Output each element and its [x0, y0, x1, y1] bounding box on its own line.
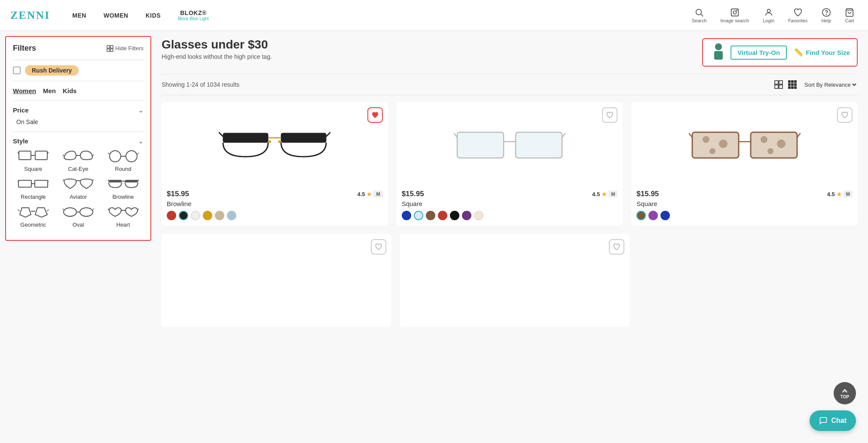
sort-select[interactable]: Sort By Relevance Price: Low to High Pri… — [803, 81, 858, 88]
product-row-2 — [162, 234, 858, 327]
favorite-button-4[interactable] — [371, 239, 386, 255]
color-swatch[interactable] — [474, 211, 483, 220]
color-swatch[interactable] — [191, 211, 200, 220]
heart-outline-icon — [606, 111, 614, 119]
color-swatch[interactable] — [179, 211, 188, 220]
favorite-button-3[interactable] — [837, 107, 853, 123]
back-to-top-button[interactable]: TOP — [834, 382, 856, 404]
svg-point-86 — [767, 148, 773, 154]
grid-3-button[interactable] — [786, 79, 798, 91]
on-sale-option[interactable]: On Sale — [13, 118, 42, 126]
color-swatch[interactable] — [636, 211, 646, 220]
heart-outline-icon-4 — [375, 243, 382, 251]
nav-item-women[interactable]: WOMEN — [95, 9, 137, 22]
divider-2 — [13, 81, 144, 81]
svg-line-33 — [92, 179, 94, 181]
cart-button[interactable]: Cart — [841, 6, 858, 25]
favorite-button-5[interactable] — [609, 239, 624, 255]
favorites-button[interactable]: Favorites — [785, 6, 811, 25]
style-aviator[interactable]: Aviator — [58, 176, 99, 200]
find-size-button[interactable]: 📏 Find Your Size — [794, 48, 850, 57]
color-swatch[interactable] — [203, 211, 212, 220]
product-price-1: $15.95 — [167, 190, 189, 198]
svg-rect-83 — [751, 132, 797, 158]
style-square[interactable]: Square — [13, 149, 54, 172]
divider-4 — [13, 131, 144, 132]
product-image-2[interactable] — [402, 107, 618, 185]
color-swatch[interactable] — [402, 211, 411, 220]
favorite-button-1[interactable] — [367, 107, 383, 123]
nav-item-blokz[interactable]: BLOKZ® Block Blue Light — [169, 6, 217, 24]
brand-logo[interactable]: ZENNI — [10, 9, 50, 22]
heart-glasses-icon — [108, 204, 139, 220]
top-label: TOP — [840, 394, 849, 399]
product-image-4[interactable] — [167, 239, 386, 316]
image-search-button[interactable]: Image search — [717, 6, 753, 25]
search-button[interactable]: Search — [688, 6, 710, 25]
favorite-button-2[interactable] — [602, 107, 617, 123]
gender-tab-kids[interactable]: Kids — [63, 86, 77, 95]
svg-point-70 — [268, 140, 271, 143]
color-swatch[interactable] — [660, 211, 670, 220]
color-swatch[interactable] — [648, 211, 658, 220]
product-image-3[interactable] — [636, 107, 853, 185]
cat-eye-glasses-icon — [63, 149, 94, 164]
style-heart[interactable]: Heart — [103, 204, 144, 228]
color-swatch[interactable] — [227, 211, 236, 220]
grid-2-icon — [773, 79, 784, 90]
heart-icon — [793, 8, 803, 17]
svg-rect-67 — [223, 133, 268, 143]
help-button[interactable]: Help — [818, 6, 834, 25]
svg-point-21 — [110, 151, 121, 162]
virtual-try-on-button[interactable]: Virtual Try-On — [710, 42, 787, 63]
gender-tab-women[interactable]: Women — [13, 86, 36, 95]
square-glasses-icon — [18, 149, 49, 164]
style-chevron-icon[interactable]: ⌄ — [138, 137, 144, 145]
size-badge-1: M — [373, 191, 382, 197]
style-browline[interactable]: Browline — [103, 176, 144, 200]
price-chevron-icon[interactable]: ⌄ — [138, 106, 144, 114]
rush-delivery-checkbox[interactable] — [13, 67, 21, 74]
color-swatch[interactable] — [462, 211, 471, 220]
style-cat-eye[interactable]: Cat-Eye — [58, 149, 99, 172]
product-image-1[interactable] — [167, 107, 383, 185]
rating-value-2: 4.5 — [592, 191, 600, 197]
svg-point-44 — [64, 208, 76, 216]
gender-tab-men[interactable]: Men — [43, 86, 56, 95]
style-geometric[interactable]: Geometric — [13, 204, 54, 228]
grid-2-button[interactable] — [773, 79, 785, 91]
svg-line-1 — [701, 14, 703, 16]
heart-filled-icon — [371, 111, 379, 119]
style-rectangle[interactable]: Rectangle — [13, 176, 54, 200]
color-swatch[interactable] — [438, 211, 447, 220]
chat-button[interactable]: Chat — [810, 410, 856, 431]
svg-rect-9 — [107, 46, 110, 48]
svg-point-45 — [80, 208, 93, 216]
product-price-2: $15.95 — [402, 190, 424, 198]
rating-value-3: 4.5 — [827, 191, 835, 197]
nav-item-kids[interactable]: KIDS — [137, 9, 169, 22]
hide-filters-button[interactable]: Hide Filters — [107, 45, 144, 52]
cart-label: Cart — [845, 18, 854, 23]
style-round[interactable]: Round — [103, 149, 144, 172]
nav-item-men[interactable]: MEN — [64, 9, 95, 22]
header: ZENNI MEN WOMEN KIDS BLOKZ® Block Blue L… — [0, 0, 868, 31]
style-oval[interactable]: Oval — [58, 204, 99, 228]
product-card-5 — [400, 234, 630, 327]
product-image-5[interactable] — [405, 239, 625, 316]
color-swatch[interactable] — [215, 211, 224, 220]
login-button[interactable]: Login — [759, 6, 778, 25]
product-rating-2: 4.5 ★ M — [592, 191, 617, 197]
svg-line-47 — [63, 209, 64, 210]
rush-delivery-badge[interactable]: Rush Delivery — [25, 65, 79, 76]
color-swatch[interactable] — [426, 211, 435, 220]
svg-point-3 — [733, 11, 736, 14]
main-nav: MEN WOMEN KIDS BLOKZ® Block Blue Light — [64, 6, 688, 24]
style-geometric-label: Geometric — [20, 222, 46, 228]
color-swatch[interactable] — [450, 211, 459, 220]
page-title: Glasses under $30 — [162, 38, 272, 52]
color-swatch[interactable] — [167, 211, 176, 220]
star-icon-2: ★ — [602, 191, 607, 197]
round-glasses-icon — [108, 149, 139, 164]
color-swatch[interactable] — [414, 211, 423, 220]
